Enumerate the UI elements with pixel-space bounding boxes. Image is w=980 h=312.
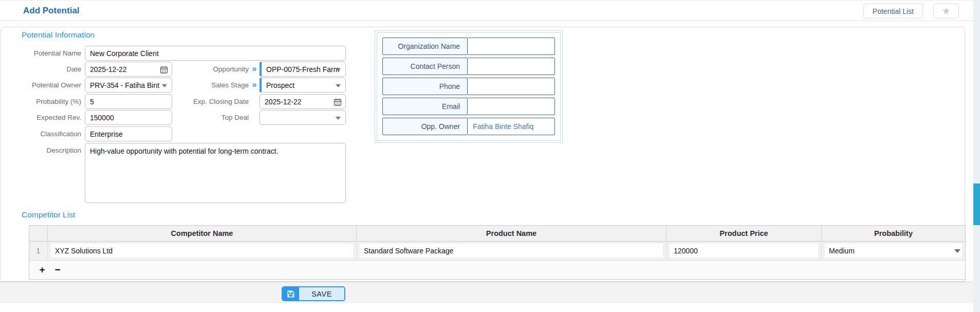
opportunity-dropdown-icon[interactable] bbox=[336, 68, 341, 71]
header-product-price: Product Price bbox=[667, 226, 822, 241]
header-row-number bbox=[29, 226, 48, 241]
opportunity-value: OPP-0075-Fresh Farm bbox=[266, 65, 339, 74]
star-icon: ★ bbox=[941, 5, 950, 17]
page-title: Add Potential bbox=[23, 1, 80, 21]
contact-person-value[interactable] bbox=[468, 58, 555, 75]
top-deal-select[interactable] bbox=[260, 110, 346, 125]
organization-name-label: Organization Name bbox=[382, 38, 468, 55]
header-probability: Probability bbox=[822, 226, 965, 241]
vertical-scrollbar-track[interactable] bbox=[973, 0, 980, 312]
date-label: Date bbox=[4, 62, 81, 77]
expected-rev-label: Expected Rev. bbox=[4, 110, 81, 125]
competitor-list-section-header: Competitor List bbox=[22, 210, 959, 219]
probability-value: 5 bbox=[90, 98, 94, 106]
product-price-input[interactable]: 120000 bbox=[670, 244, 818, 258]
competitor-name-cell: XYZ Solutions Ltd bbox=[48, 242, 357, 260]
product-name-input[interactable]: Standard Software Package bbox=[360, 244, 663, 258]
potential-name-input[interactable]: New Corporate Client bbox=[85, 46, 346, 61]
competitor-table-header: Competitor Name Product Name Product Pri… bbox=[29, 226, 965, 242]
header-competitor-name: Competitor Name bbox=[48, 226, 357, 241]
sales-stage-value: Prospect bbox=[266, 81, 294, 89]
opportunity-select[interactable]: OPP-0075-Fresh Farm bbox=[260, 62, 346, 77]
email-label: Email bbox=[382, 98, 468, 115]
exp-closing-date-label: Exp. Closing Date bbox=[153, 94, 249, 109]
save-floppy-icon bbox=[283, 287, 299, 300]
description-value: High-value opportunity with potential fo… bbox=[90, 147, 279, 155]
row-number: 1 bbox=[29, 242, 48, 260]
probability-dropdown-icon[interactable] bbox=[954, 249, 960, 253]
probability-select[interactable]: Medium bbox=[825, 244, 962, 258]
info-row-organization-name: Organization Name bbox=[382, 38, 555, 55]
classification-value: Enterprise bbox=[90, 130, 123, 138]
competitor-table-footer: + − bbox=[29, 261, 965, 279]
calendar-icon[interactable] bbox=[334, 98, 342, 107]
opp-owner-value[interactable]: Fatiha Binte Shafiq bbox=[468, 118, 555, 135]
phone-value[interactable] bbox=[468, 78, 555, 95]
potential-list-label: Potential List bbox=[873, 7, 914, 15]
save-button[interactable]: SAVE bbox=[282, 286, 345, 301]
product-name-value: Standard Software Package bbox=[364, 247, 453, 255]
header-product-name: Product Name bbox=[357, 226, 667, 241]
potential-name-value: New Corporate Client bbox=[90, 49, 159, 58]
opp-owner-label: Opp. Owner bbox=[382, 118, 468, 135]
expected-rev-value: 150000 bbox=[90, 114, 114, 122]
top-deal-label: Top Deal bbox=[153, 110, 249, 125]
info-row-email: Email bbox=[382, 98, 555, 115]
product-price-value: 120000 bbox=[674, 247, 698, 255]
favorite-button[interactable]: ★ bbox=[933, 4, 959, 19]
contact-person-label: Contact Person bbox=[382, 58, 468, 75]
potential-name-label: Potential Name bbox=[4, 46, 81, 61]
organization-name-value[interactable] bbox=[468, 38, 555, 55]
classification-label: Classification bbox=[4, 126, 81, 141]
save-button-label: SAVE bbox=[299, 287, 344, 300]
sales-stage-label: Sales Stage bbox=[153, 78, 249, 93]
competitor-table: Competitor Name Product Name Product Pri… bbox=[29, 225, 966, 280]
description-label: Description bbox=[4, 143, 81, 158]
top-bar: Add Potential Potential List ★ bbox=[0, 0, 973, 21]
remove-row-button[interactable]: − bbox=[50, 261, 65, 279]
email-value[interactable] bbox=[468, 98, 555, 115]
description-textarea[interactable]: High-value opportunity with potential fo… bbox=[85, 143, 346, 203]
probability-label: Probability (%) bbox=[4, 94, 81, 109]
probability-cell: Medium bbox=[822, 242, 965, 260]
save-bar: SAVE bbox=[0, 282, 973, 303]
competitor-name-value: XYZ Solutions Ltd bbox=[55, 247, 113, 255]
phone-label: Phone bbox=[382, 78, 468, 95]
organization-info-box-inner: Organization Name Contact Person Phone E… bbox=[377, 32, 561, 141]
potential-information-title: Potential Information bbox=[22, 30, 95, 40]
exp-closing-date-value: 2025-12-22 bbox=[265, 98, 302, 106]
info-row-phone: Phone bbox=[382, 78, 555, 95]
potential-owner-value: PRV-354 - Fatiha Bint bbox=[90, 81, 159, 89]
potential-owner-label: Potential Owner bbox=[4, 78, 81, 93]
top-deal-dropdown-icon[interactable] bbox=[336, 117, 341, 120]
organization-info-box: Organization Name Contact Person Phone E… bbox=[375, 30, 563, 143]
vertical-scrollbar-thumb[interactable] bbox=[973, 183, 980, 225]
form-panel: Potential Information Potential Name New… bbox=[1, 27, 965, 282]
opportunity-label: Opportunity bbox=[153, 62, 249, 77]
info-row-opp-owner: Opp. Owner Fatiha Binte Shafiq bbox=[382, 118, 555, 135]
exp-closing-date-input[interactable]: 2025-12-22 bbox=[260, 94, 346, 109]
opportunity-lookup-icon[interactable]: » bbox=[250, 62, 258, 77]
potential-list-button[interactable]: Potential List bbox=[863, 4, 923, 19]
info-row-contact-person: Contact Person bbox=[382, 58, 555, 75]
classification-input[interactable]: Enterprise bbox=[85, 126, 172, 141]
probability-cell-value: Medium bbox=[829, 247, 855, 255]
product-price-cell: 120000 bbox=[667, 242, 822, 260]
sales-stage-select[interactable]: Prospect bbox=[260, 78, 346, 93]
date-value: 2025-12-22 bbox=[90, 65, 127, 74]
sales-stage-dropdown-icon[interactable] bbox=[336, 84, 341, 87]
table-row: 1 XYZ Solutions Ltd Standard Software Pa… bbox=[29, 242, 965, 261]
competitor-name-input[interactable]: XYZ Solutions Ltd bbox=[51, 244, 353, 258]
competitor-list-title: Competitor List bbox=[22, 210, 75, 219]
product-name-cell: Standard Software Package bbox=[357, 242, 667, 260]
add-row-button[interactable]: + bbox=[34, 261, 50, 279]
sales-stage-lookup-icon[interactable]: » bbox=[250, 78, 258, 93]
